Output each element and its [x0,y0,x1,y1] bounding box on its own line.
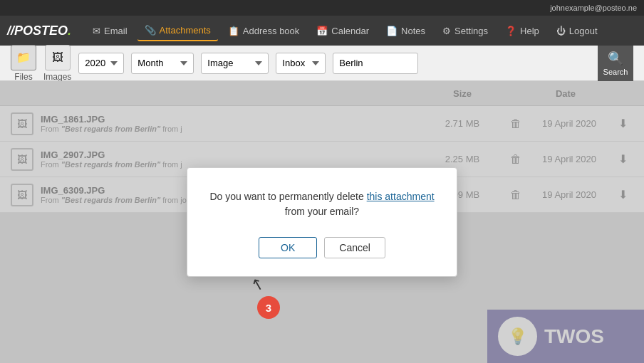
search-input[interactable] [333,53,418,74]
images-label: Images [43,72,71,82]
confirm-dialog: Do you want to permanently delete this a… [187,167,457,277]
search-icon: 🔍 [608,51,623,66]
nav-bar: //POSTEO. ✉ Email 📎 Attachments 📋 Addres… [0,16,644,46]
nav-item-calendar[interactable]: 📅 Calendar [309,21,376,41]
nav-items: ✉ Email 📎 Attachments 📋 Address book 📅 C… [85,21,605,41]
files-icon: 📁 [16,51,31,64]
nav-item-email[interactable]: ✉ Email [85,21,135,41]
nav-item-settings[interactable]: ⚙ Settings [435,21,495,41]
nav-item-help[interactable]: ❓ Help [498,21,546,41]
modal-message: Do you want to permanently delete this a… [209,189,435,219]
nav-item-addressbook[interactable]: 📋 Address book [221,21,307,41]
addressbook-icon: 📋 [228,26,239,36]
search-button[interactable]: 🔍 Search [598,46,633,81]
cancel-button[interactable]: Cancel [324,237,385,258]
folder-select[interactable]: Inbox Sent Drafts [276,53,326,74]
top-bar: johnexample@posteo.ne [0,0,644,16]
help-icon: ❓ [505,26,516,36]
user-email: johnexample@posteo.ne [550,4,637,12]
ok-button[interactable]: OK [259,237,317,258]
step-badge: 3 [257,296,280,319]
modal-buttons: OK Cancel ↖ 3 [209,237,435,258]
logo-accent: . [68,23,71,38]
type-select[interactable]: Image PDF Document [201,53,269,74]
calendar-icon: 📅 [316,26,328,36]
nav-item-logout[interactable]: ⏻ Logout [549,21,605,41]
cursor-icon: ↖ [249,274,266,295]
month-select[interactable]: Month January February April [131,53,194,74]
logout-icon: ⏻ [556,26,566,36]
modal-overlay: Do you want to permanently delete this a… [0,81,644,363]
settings-icon: ⚙ [442,26,451,36]
files-label: Files [14,72,32,82]
year-select[interactable]: 2020 2019 2018 [78,53,124,74]
search-label: Search [603,68,628,76]
images-button[interactable]: 🖼 [45,45,71,70]
toolbar: 📁 Files 🖼 Images 2020 2019 2018 Month Ja… [0,46,644,81]
email-icon: ✉ [93,26,100,36]
attachments-icon: 📎 [145,25,156,36]
modal-link: this attachment [367,191,435,202]
content-area: Size Date 🖼 IMG_1861.JPG From "Best rega… [0,81,644,363]
nav-item-notes[interactable]: 📄 Notes [379,21,432,41]
logo: //POSTEO. [7,23,71,38]
nav-item-attachments[interactable]: 📎 Attachments [137,21,218,41]
notes-icon: 📄 [386,26,398,36]
files-button[interactable]: 📁 [11,45,36,70]
images-icon: 🖼 [52,51,63,64]
